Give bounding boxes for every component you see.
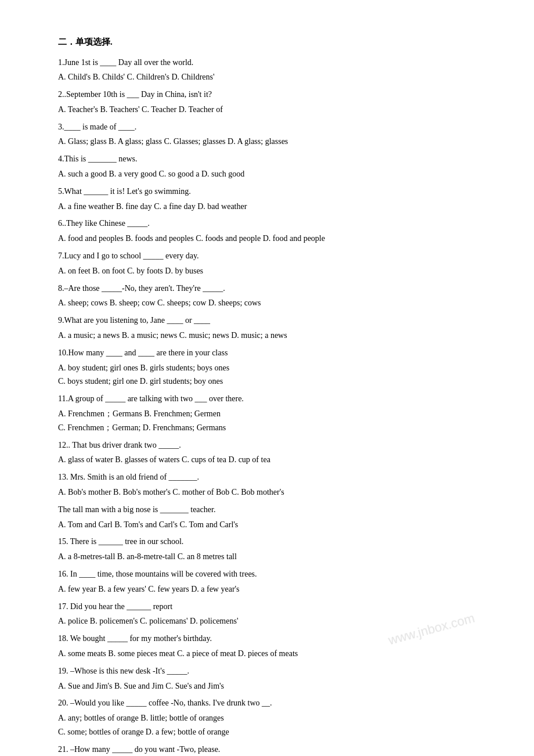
question-options-q20: A. any; bottles of orange B. little; bot… <box>58 711 488 739</box>
option-line: A. Bob's mother B. Bob's mother's C. mot… <box>58 485 488 499</box>
question-q13: 13. Mrs. Smith is an old friend of _____… <box>58 470 488 499</box>
question-stem-q12: 12.. That bus driver drank two _____. <box>58 438 488 452</box>
question-options-q14: A. Tom and Carl B. Tom's and Carl's C. T… <box>58 518 488 532</box>
question-stem-q13: 13. Mrs. Smith is an old friend of _____… <box>58 470 488 484</box>
question-q12: 12.. That bus driver drank two _____.A. … <box>58 438 488 467</box>
option-line: A. a 8-metres-tall B. an-8-metre-tall C.… <box>58 550 488 564</box>
question-options-q12: A. glass of water B. glasses of waters C… <box>58 453 488 467</box>
question-q3: 3.____ is made of ____.A. Glass; glass B… <box>58 120 488 149</box>
question-options-q11: A. Frenchmen；Germans B. Frenchmen; Germe… <box>58 407 488 435</box>
question-options-q5: A. a fine weather B. fine day C. a fine … <box>58 200 488 214</box>
option-line: C. Frenchmen；German; D. Frenchmans; Germ… <box>58 421 488 435</box>
question-stem-q14: The tall man with a big nose is _______ … <box>58 503 488 517</box>
question-options-q4: A. such a good B. a very good C. so good… <box>58 167 488 181</box>
question-q18: 18. We bought _____ for my mother's birt… <box>58 632 488 661</box>
question-stem-q21: 21. –How many _____ do you want -Two, pl… <box>58 743 488 756</box>
question-options-q18: A. some meats B. some pieces meat C. a p… <box>58 647 488 661</box>
question-q5: 5.What ______ it is! Let's go swimming.A… <box>58 185 488 214</box>
question-q4: 4.This is _______ news.A. such a good B.… <box>58 152 488 181</box>
question-q7: 7.Lucy and I go to school _____ every da… <box>58 249 488 278</box>
question-q16: 16. In ____ time, those mountains will b… <box>58 567 488 596</box>
question-options-q10: A. boy student; girl ones B. girls stude… <box>58 361 488 389</box>
option-line: A. on feet B. on foot C. by foots D. by … <box>58 264 488 278</box>
question-options-q16: A. few year B. a few years' C. few years… <box>58 582 488 596</box>
question-stem-q1: 1.June 1st is ____ Day all over the worl… <box>58 56 488 70</box>
question-stem-q8: 8.–Are those _____-No, they aren't. They… <box>58 282 488 296</box>
question-options-q9: A. a music; a news B. a music; news C. m… <box>58 329 488 343</box>
option-line: A. Teacher's B. Teachers' C. Teacher D. … <box>58 103 488 117</box>
option-line: C. some; bottles of orange D. a few; bot… <box>58 725 488 739</box>
option-line: A. sheep; cows B. sheep; cow C. sheeps; … <box>58 296 488 310</box>
question-q11: 11.A group of _____ are talking with two… <box>58 392 488 434</box>
option-line: A. police B. policemen's C. policemans' … <box>58 614 488 628</box>
option-line: A. glass of water B. glasses of waters C… <box>58 453 488 467</box>
section-title: 二．单项选择. <box>58 35 488 50</box>
option-line: A. food and peoples B. foods and peoples… <box>58 232 488 246</box>
option-line: A. Child's B. Childs' C. Children's D. C… <box>58 70 488 84</box>
question-q19: 19. –Whose is this new desk -It's _____.… <box>58 664 488 693</box>
question-options-q15: A. a 8-metres-tall B. an-8-metre-tall C.… <box>58 550 488 564</box>
question-q20: 20. –Would you like _____ coffee -No, th… <box>58 696 488 739</box>
question-stem-q11: 11.A group of _____ are talking with two… <box>58 392 488 406</box>
question-stem-q20: 20. –Would you like _____ coffee -No, th… <box>58 696 488 710</box>
question-q8: 8.–Are those _____-No, they aren't. They… <box>58 282 488 311</box>
question-options-q7: A. on feet B. on foot C. by foots D. by … <box>58 264 488 278</box>
option-line: A. a music; a news B. a music; news C. m… <box>58 329 488 343</box>
option-line: C. boys student; girl one D. girl studen… <box>58 375 488 388</box>
option-line: A. such a good B. a very good C. so good… <box>58 167 488 181</box>
question-stem-q9: 9.What are you listening to, Jane ____ o… <box>58 314 488 327</box>
question-stem-q7: 7.Lucy and I go to school _____ every da… <box>58 249 488 263</box>
question-options-q6: A. food and peoples B. foods and peoples… <box>58 232 488 246</box>
question-stem-q16: 16. In ____ time, those mountains will b… <box>58 567 488 581</box>
option-line: A. Sue and Jim's B. Sue and Jim C. Sue's… <box>58 679 488 693</box>
question-stem-q6: 6..They like Chinese _____. <box>58 217 488 231</box>
question-options-q1: A. Child's B. Childs' C. Children's D. C… <box>58 70 488 84</box>
question-q2: 2..September 10th is ___ Day in China, i… <box>58 88 488 117</box>
option-line: A. Tom and Carl B. Tom's and Carl's C. T… <box>58 518 488 532</box>
questions-container: 1.June 1st is ____ Day all over the worl… <box>58 56 488 757</box>
question-options-q3: A. Glass; glass B. A glass; glass C. Gla… <box>58 135 488 149</box>
question-options-q19: A. Sue and Jim's B. Sue and Jim C. Sue's… <box>58 679 488 693</box>
option-line: A. a fine weather B. fine day C. a fine … <box>58 200 488 214</box>
question-q14: The tall man with a big nose is _______ … <box>58 503 488 532</box>
question-q6: 6..They like Chinese _____.A. food and p… <box>58 217 488 246</box>
question-options-q17: A. police B. policemen's C. policemans' … <box>58 614 488 628</box>
option-line: A. some meats B. some pieces meat C. a p… <box>58 647 488 661</box>
question-options-q8: A. sheep; cows B. sheep; cow C. sheeps; … <box>58 296 488 310</box>
question-q21: 21. –How many _____ do you want -Two, pl… <box>58 743 488 756</box>
option-line: A. Frenchmen；Germans B. Frenchmen; Germe… <box>58 407 488 421</box>
question-q17: 17. Did you hear the ______ reportA. pol… <box>58 600 488 629</box>
question-q10: 10.How many ____ and ____ are there in y… <box>58 346 488 388</box>
question-stem-q17: 17. Did you hear the ______ report <box>58 600 488 614</box>
question-options-q2: A. Teacher's B. Teachers' C. Teacher D. … <box>58 103 488 117</box>
option-line: A. any; bottles of orange B. little; bot… <box>58 711 488 725</box>
question-stem-q4: 4.This is _______ news. <box>58 152 488 166</box>
question-stem-q3: 3.____ is made of ____. <box>58 120 488 134</box>
question-stem-q15: 15. There is ______ tree in our school. <box>58 535 488 549</box>
question-stem-q19: 19. –Whose is this new desk -It's _____. <box>58 664 488 678</box>
option-line: A. Glass; glass B. A glass; glass C. Gla… <box>58 135 488 149</box>
question-stem-q18: 18. We bought _____ for my mother's birt… <box>58 632 488 646</box>
option-line: A. few year B. a few years' C. few years… <box>58 582 488 596</box>
option-line: A. boy student; girl ones B. girls stude… <box>58 361 488 375</box>
question-q15: 15. There is ______ tree in our school.A… <box>58 535 488 564</box>
question-stem-q10: 10.How many ____ and ____ are there in y… <box>58 346 488 360</box>
question-stem-q2: 2..September 10th is ___ Day in China, i… <box>58 88 488 102</box>
question-q9: 9.What are you listening to, Jane ____ o… <box>58 314 488 343</box>
question-q1: 1.June 1st is ____ Day all over the worl… <box>58 56 488 85</box>
question-options-q13: A. Bob's mother B. Bob's mother's C. mot… <box>58 485 488 499</box>
question-stem-q5: 5.What ______ it is! Let's go swimming. <box>58 185 488 199</box>
